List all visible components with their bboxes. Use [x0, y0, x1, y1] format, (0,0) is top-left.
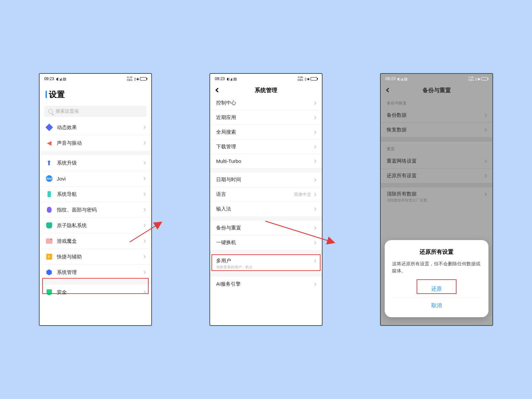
chevron-right-icon [483, 192, 487, 196]
net-speed: 0.00KB/s [298, 76, 303, 81]
row-control-center[interactable]: 控制中心 [210, 96, 322, 110]
jovi-icon: Jovi [46, 175, 53, 182]
section-divider [381, 183, 492, 188]
section-divider [210, 272, 322, 277]
chevron-right-icon [313, 101, 316, 105]
arrow-up-icon: ⬆ [46, 159, 53, 167]
row-ai-service-engine[interactable]: AI服务引擎 [210, 277, 322, 291]
section-backup-restore: 备份与恢复 [381, 96, 492, 108]
search-icon [48, 109, 53, 114]
page-title: 设置 [40, 84, 151, 104]
row-jovi[interactable]: Jovi Jovi [40, 171, 151, 187]
language-value: 简体中文 [294, 192, 311, 198]
status-right-icons: ▯ ◈ [475, 77, 480, 81]
row-recent-apps[interactable]: 近期应用 [210, 110, 322, 125]
speaker-icon: ◀ [46, 139, 53, 147]
row-global-search[interactable]: 全局搜索 [210, 125, 322, 140]
back-button[interactable] [215, 88, 220, 92]
row-date-time[interactable]: 日期与时间 [210, 173, 322, 187]
chevron-right-icon [142, 125, 146, 129]
status-left-icons: ◐ ◭ ▨ [227, 77, 236, 81]
row-sound-vibration[interactable]: ◀ 声音与振动 [40, 135, 151, 151]
section-divider [210, 168, 322, 173]
chevron-right-icon [142, 255, 146, 258]
annotation-highlight [211, 254, 321, 271]
chevron-right-icon [313, 226, 316, 230]
chevron-right-icon [313, 159, 316, 163]
section-divider [210, 216, 322, 221]
dialog-title: 还原所有设置 [392, 248, 481, 256]
chevron-right-icon [142, 141, 146, 145]
annotation-highlight [42, 278, 149, 294]
battery-icon [311, 77, 317, 80]
section-divider [210, 250, 322, 254]
screen-backup-reset: 09:23 ◐ ◭ ▨ 0.00KB/s ▯ ◈ 备份与重置 备份与恢复 备份数… [380, 73, 493, 326]
chevron-right-icon [313, 193, 316, 196]
status-bar: 09:23 ◐ ◭ ▨ 0.00KB/s ▯ ◈ [381, 74, 492, 84]
row-reset-all-settings[interactable]: 还原所有设置 [381, 169, 492, 183]
gamepad-icon [46, 237, 53, 245]
status-bar: 09:23 ◐ ◭ ▨ 0.00KB/s ▯ ◈ [210, 74, 322, 84]
chevron-right-icon [313, 241, 316, 244]
status-right-icons: ▯ ◈ [134, 77, 139, 81]
status-time: 09:23 [385, 76, 395, 81]
row-shortcuts-accessibility[interactable]: 快捷与辅助 [40, 249, 151, 265]
shortcut-icon [46, 253, 53, 260]
row-backup-reset[interactable]: 备份与重置 [210, 221, 322, 235]
row-input-method[interactable]: 输入法 [210, 202, 322, 216]
chevron-right-icon [142, 223, 146, 227]
chevron-right-icon [483, 128, 487, 132]
status-right-icons: ▯ ◈ [305, 77, 309, 81]
net-speed: 0.10KB/s [127, 76, 133, 81]
row-one-click-switch[interactable]: 一键换机 [210, 235, 322, 250]
row-fingerprint-face-password[interactable]: 指纹、面部与密码 [40, 202, 151, 218]
chevron-right-icon [313, 207, 316, 211]
search-placeholder: 搜索设置项 [56, 108, 79, 114]
chevron-right-icon [142, 239, 146, 243]
chevron-right-icon [142, 192, 146, 196]
privacy-shield-icon [46, 222, 53, 229]
row-game-box[interactable]: 游戏魔盒 [40, 233, 151, 249]
row-privacy-system[interactable]: 原子隐私系统 [40, 218, 151, 233]
status-left-icons: ◐ ◭ ▨ [397, 77, 407, 81]
battery-icon [481, 77, 488, 80]
chevron-right-icon [483, 159, 487, 163]
phone-icon [46, 191, 53, 198]
chevron-right-icon [142, 208, 146, 211]
row-system-upgrade[interactable]: ⬆ 系统升级 [40, 155, 151, 171]
chevron-right-icon [313, 178, 316, 182]
row-reset-network[interactable]: 重置网络设置 [381, 154, 492, 169]
row-system-navigation[interactable]: 系统导航 [40, 187, 151, 202]
row-language[interactable]: 语言 简体中文 [210, 187, 322, 202]
row-dynamic-effects[interactable]: 动态效果 [40, 120, 151, 135]
screen-system-management: 09:23 ◐ ◭ ▨ 0.00KB/s ▯ ◈ 系统管理 控制中心 近期应用 … [209, 73, 323, 326]
row-multi-turbo[interactable]: Multi-Turbo [210, 154, 322, 168]
chevron-right-icon [483, 113, 487, 117]
hexagon-icon [46, 269, 53, 276]
diamond-icon [46, 124, 53, 131]
confirm-dialog: 还原所有设置 这将还原所有设置，但不会删除任何数据或媒体。 还原 取消 [385, 240, 488, 317]
back-button[interactable] [386, 88, 391, 92]
row-backup-data[interactable]: 备份数据 [381, 108, 492, 123]
search-input[interactable]: 搜索设置项 [44, 106, 147, 117]
row-download-manager[interactable]: 下载管理 [210, 140, 322, 154]
screen-settings: 09:23 ◐ ◭ ▨ 0.10KB/s ▯ ◈ 设置 搜索设置项 动态效果 ◀… [39, 73, 152, 326]
cancel-button[interactable]: 取消 [392, 297, 481, 314]
status-time: 09:23 [44, 76, 54, 81]
chevron-right-icon [142, 177, 146, 180]
row-erase-all-data[interactable]: 清除所有数据 清除数据并恢复出厂设置。 [381, 188, 492, 205]
header-nav: 备份与重置 [381, 84, 492, 96]
fingerprint-icon [46, 206, 53, 213]
header-nav: 系统管理 [210, 84, 322, 96]
row-restore-data[interactable]: 恢复数据 [381, 123, 492, 137]
chevron-right-icon [313, 116, 316, 119]
battery-icon [140, 77, 147, 80]
chevron-right-icon [142, 161, 146, 165]
status-time: 09:23 [215, 76, 225, 81]
net-speed: 0.00KB/s [468, 76, 474, 81]
chevron-right-icon [313, 145, 316, 149]
page-title: 备份与重置 [423, 86, 451, 94]
erase-all-sub: 清除数据并恢复出厂设置。 [387, 198, 484, 203]
status-bar: 09:23 ◐ ◭ ▨ 0.10KB/s ▯ ◈ [40, 74, 151, 84]
section-reset: 重置 [381, 142, 492, 154]
